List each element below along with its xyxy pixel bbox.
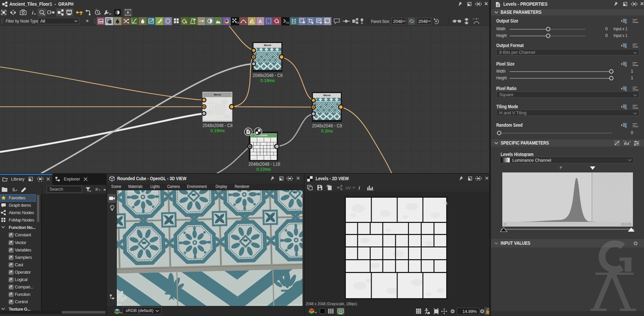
svg-text:i: i (32, 10, 34, 15)
svg-text:14.89%: 14.89% (463, 309, 477, 314)
svg-text:i: i (359, 185, 360, 191)
svg-text:»: » (103, 187, 106, 192)
svg-text:1:1: 1:1 (11, 11, 15, 14)
svg-text:65535: 65535 (621, 222, 631, 226)
svg-text:Parent Size:: Parent Size: (371, 19, 390, 24)
svg-text:2048: 2048 (418, 19, 428, 24)
svg-text:A: A (259, 18, 262, 24)
svg-text:UV: UV (346, 186, 351, 190)
svg-text:01: 01 (286, 21, 289, 24)
svg-text:0: 0 (504, 222, 506, 226)
svg-text:01: 01 (236, 21, 239, 24)
svg-text:2048: 2048 (393, 19, 403, 24)
